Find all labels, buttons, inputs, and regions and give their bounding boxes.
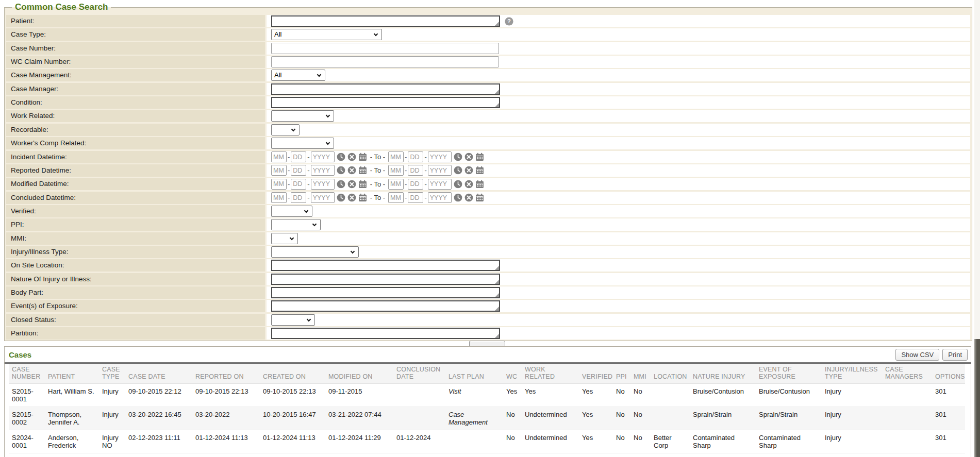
recordable-select[interactable]: [271, 124, 300, 136]
reported-datetime-to-yyyy-input[interactable]: [428, 165, 452, 176]
resize-grip-icon[interactable]: [495, 334, 499, 338]
reported-datetime-to-dd-input[interactable]: [408, 165, 423, 176]
resize-grip-icon[interactable]: [495, 307, 499, 311]
ppi-select[interactable]: [271, 219, 321, 230]
incident-datetime-to-mm-input[interactable]: [388, 151, 404, 162]
chevron-down-icon: [317, 73, 321, 77]
clock-icon[interactable]: [454, 193, 462, 202]
concluded-datetime-to-dd-input[interactable]: [408, 192, 423, 203]
clear-icon[interactable]: [347, 166, 356, 175]
clear-icon[interactable]: [347, 180, 356, 189]
resize-grip-icon[interactable]: [495, 266, 499, 270]
modified-datetime-to-mm-input[interactable]: [388, 179, 404, 190]
wc-claim-number-input[interactable]: [271, 56, 499, 67]
concluded-datetime-from-dd-input[interactable]: [291, 192, 306, 203]
condition-textarea[interactable]: [271, 97, 500, 108]
print-button[interactable]: Print: [942, 349, 968, 361]
patient-textarea[interactable]: [271, 15, 500, 27]
clock-icon[interactable]: [454, 153, 462, 161]
reported-datetime-to-mm-input[interactable]: [388, 165, 404, 176]
calendar-icon[interactable]: [475, 193, 484, 202]
on-site-location-textarea[interactable]: [271, 260, 500, 271]
body-part-textarea-field[interactable]: [272, 288, 499, 297]
closed-status-select[interactable]: [271, 314, 315, 326]
clock-icon[interactable]: [454, 166, 462, 175]
case-manager-textarea-field[interactable]: [272, 84, 499, 94]
modified-datetime-from-yyyy-input[interactable]: [311, 179, 335, 190]
incident-datetime-to-yyyy-input[interactable]: [428, 151, 452, 162]
case-manager-textarea[interactable]: [271, 83, 500, 95]
clear-icon[interactable]: [464, 166, 473, 175]
cell-work-related: Yes: [522, 384, 579, 407]
clock-icon[interactable]: [337, 180, 345, 189]
workers-comp-related-select[interactable]: [271, 138, 334, 149]
calendar-icon[interactable]: [358, 153, 367, 161]
events-of-exposure-textarea-field[interactable]: [272, 301, 499, 311]
help-icon[interactable]: ?: [505, 17, 513, 26]
show-csv-button[interactable]: Show CSV: [895, 349, 939, 361]
reported-datetime-from-yyyy-input[interactable]: [311, 165, 335, 176]
clock-icon[interactable]: [337, 166, 345, 175]
field-label-case-manager: Case Manager:: [6, 83, 265, 95]
resize-grip-icon[interactable]: [495, 280, 499, 284]
incident-datetime-from-mm-input[interactable]: [271, 151, 287, 162]
clock-icon[interactable]: [337, 193, 345, 202]
nature-of-injury-textarea-field[interactable]: [272, 275, 499, 284]
partition-textarea-field[interactable]: [272, 329, 499, 338]
concluded-datetime-to-yyyy-input[interactable]: [428, 192, 452, 203]
cell-created-on: 10-20-2015 16:47: [260, 407, 325, 430]
cell-last-plan: Case Management: [445, 407, 503, 430]
clock-icon[interactable]: [337, 153, 345, 161]
concluded-datetime-from-mm-input[interactable]: [271, 192, 287, 203]
work-related-select[interactable]: [271, 110, 334, 122]
resize-grip-icon[interactable]: [495, 90, 499, 94]
clear-icon[interactable]: [464, 193, 473, 202]
modified-datetime-to-dd-input[interactable]: [408, 179, 423, 190]
clear-icon[interactable]: [464, 180, 473, 189]
incident-datetime-from-yyyy-input[interactable]: [311, 151, 335, 162]
body-part-textarea[interactable]: [271, 287, 500, 298]
case-type-select[interactable]: All: [271, 29, 382, 40]
modified-datetime-from-mm-input[interactable]: [271, 179, 287, 190]
case-management-select[interactable]: All: [271, 70, 325, 81]
calendar-icon[interactable]: [475, 153, 484, 161]
calendar-icon[interactable]: [358, 166, 367, 175]
modified-datetime-from-dd-input[interactable]: [291, 179, 306, 190]
calendar-icon[interactable]: [358, 193, 367, 202]
calendar-icon[interactable]: [475, 166, 484, 175]
mmi-select[interactable]: [271, 233, 298, 244]
incident-datetime-from-dd-input[interactable]: [291, 151, 306, 162]
incident-datetime-to-dd-input[interactable]: [408, 151, 423, 162]
cell-mmi: No: [630, 407, 651, 430]
reported-datetime-from-mm-input[interactable]: [271, 165, 287, 176]
events-of-exposure-textarea[interactable]: [271, 300, 500, 312]
clear-icon[interactable]: [347, 193, 356, 202]
clear-icon[interactable]: [464, 153, 473, 161]
clear-icon[interactable]: [347, 153, 356, 161]
reported-datetime-from-dd-input[interactable]: [291, 165, 306, 176]
resize-grip-icon[interactable]: [495, 103, 499, 107]
clock-icon[interactable]: [454, 180, 462, 189]
condition-textarea-field[interactable]: [272, 98, 499, 107]
injury-illness-type-select[interactable]: [271, 246, 359, 258]
verified-select[interactable]: [271, 206, 312, 217]
page-scrollbar-track[interactable]: [974, 0, 980, 457]
case-number-input[interactable]: [271, 43, 499, 54]
patient-textarea-field[interactable]: [272, 16, 499, 26]
column-header-last-plan: LAST PLAN: [445, 364, 503, 384]
partition-textarea[interactable]: [271, 328, 500, 339]
concluded-datetime-to-mm-input[interactable]: [388, 192, 404, 203]
on-site-location-textarea-field[interactable]: [272, 261, 499, 270]
nature-of-injury-textarea[interactable]: [271, 274, 500, 285]
cell-injury-illness-type: Injury: [822, 430, 882, 453]
cell-ppi: No: [613, 384, 630, 407]
resize-grip-icon[interactable]: [495, 22, 499, 26]
field-label-wc-claim-number: WC Claim Number:: [6, 56, 265, 68]
calendar-icon[interactable]: [475, 180, 484, 189]
field-label-modified-datetime: Modified Datetime:: [6, 178, 265, 190]
resize-grip-icon[interactable]: [495, 293, 499, 297]
concluded-datetime-from-yyyy-input[interactable]: [311, 192, 335, 203]
modified-datetime-to-yyyy-input[interactable]: [428, 179, 452, 190]
calendar-icon[interactable]: [358, 180, 367, 189]
page-scrollbar-thumb[interactable]: [974, 339, 980, 457]
